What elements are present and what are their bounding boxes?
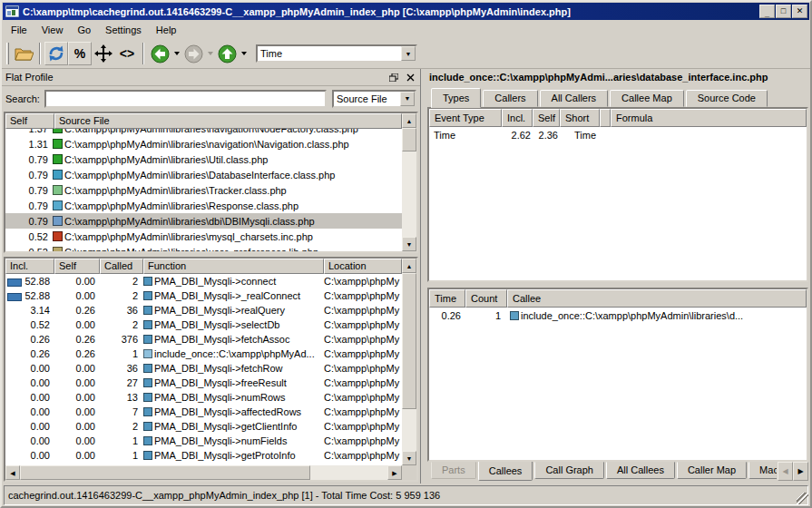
event-type-row[interactable]: Time 2.62 2.36 Time (429, 127, 807, 143)
source-file-row[interactable]: 0.52 C:\xampp\phpMyAdmin\libraries\mysql… (5, 229, 402, 244)
column-header-callee[interactable]: Callee (507, 289, 807, 308)
column-header-self[interactable]: Self (54, 259, 100, 274)
column-header-self[interactable]: Self (533, 109, 560, 127)
scrollbar-track[interactable] (402, 151, 416, 237)
expand-move-button[interactable] (92, 42, 115, 65)
tab-scroll-right-icon[interactable]: ▶ (793, 462, 808, 481)
function-row[interactable]: 0.00 0.00 1 PMA_DBI_Mysqli->numFields (5, 434, 402, 448)
scrollbar-thumb[interactable] (20, 465, 310, 480)
back-dropdown[interactable] (171, 42, 181, 65)
function-row[interactable]: 0.00 0.00 13 PMA_DBI_Mysqli->numRows (5, 390, 402, 405)
column-header-incl[interactable]: Incl. (502, 109, 533, 127)
source-file-row[interactable]: 0.79 C:\xampp\phpMyAdmin\libraries\Track… (5, 182, 402, 198)
column-header-spacer[interactable] (600, 109, 611, 127)
column-header-count[interactable]: Count (465, 289, 507, 308)
cycle-detection-button[interactable]: <> (115, 42, 139, 65)
detail-tab[interactable]: Callee Map (610, 90, 684, 107)
function-list-horizontal-scrollbar[interactable]: ◀ ▶ (5, 465, 402, 480)
menu-item[interactable]: View (34, 23, 71, 37)
source-file-row[interactable]: 0.79 C:\xampp\phpMyAdmin\libraries\dbi\D… (5, 213, 402, 229)
maximize-button[interactable]: □ (776, 5, 791, 18)
column-header-short[interactable]: Short (560, 109, 600, 127)
column-header-event-type[interactable]: Event Type (429, 109, 502, 127)
source-file-row[interactable]: 1.37 C:\xampp\phpMyAdmin\libraries\navig… (5, 129, 402, 136)
scroll-right-icon[interactable]: ▶ (387, 465, 402, 480)
function-row[interactable]: 52.88 0.00 2 PMA_DBI_Mysqli->connect (5, 274, 402, 288)
float-panel-button[interactable] (387, 72, 400, 83)
column-header-self[interactable]: Self (5, 113, 54, 129)
flat-profile-titlebar[interactable]: Flat Profile (2, 69, 420, 86)
scroll-up-icon[interactable]: ▲ (402, 113, 416, 128)
refresh-button[interactable] (44, 42, 68, 65)
source-file-row[interactable]: 1.31 C:\xampp\phpMyAdmin\libraries\navig… (5, 136, 402, 151)
relative-percent-button[interactable]: % (68, 42, 92, 65)
detail-tab[interactable]: Callees (478, 462, 533, 481)
menu-item[interactable]: Help (149, 23, 184, 37)
chevron-down-icon[interactable]: ▼ (400, 92, 415, 106)
location-value: C:\xampp\phpMy (324, 450, 402, 461)
detail-tab[interactable]: Source Code (686, 90, 768, 107)
column-header-location[interactable]: Location (324, 259, 402, 274)
function-row[interactable]: 52.88 0.00 2 PMA_DBI_Mysqli->_realConnec… (5, 288, 402, 303)
function-row[interactable]: 0.26 0.26 1 include_once::C:\xampp\phpMy… (5, 347, 402, 361)
open-file-button[interactable] (12, 42, 35, 65)
title-bar[interactable]: C:\xampp\tmp\cachegrind.out.1416463299-C… (3, 3, 809, 20)
scrollbar-track[interactable] (402, 409, 416, 451)
detail-tab[interactable]: All Callers (540, 90, 609, 107)
detail-tab[interactable]: Call Graph (534, 462, 604, 479)
detail-tab[interactable]: All Callees (606, 462, 675, 479)
column-header-source-file[interactable]: Source File (54, 113, 402, 129)
function-row[interactable]: 0.00 0.00 1 PMA_DBI_Mysqli->getProtoInfo (5, 448, 402, 463)
close-panel-button[interactable] (404, 72, 416, 83)
function-row[interactable]: 0.52 0.00 2 PMA_DBI_Mysqli->selectDb (5, 318, 402, 332)
scroll-up-icon[interactable]: ▲ (402, 259, 416, 273)
detail-tab[interactable]: Types (431, 88, 481, 108)
callee-row[interactable]: 0.26 1 include_once::C:\xampp\phpMyAdmin… (429, 308, 807, 324)
search-input[interactable] (44, 90, 327, 108)
self-cost-value: 0.00 (54, 276, 100, 287)
function-row[interactable]: 0.00 0.00 7 PMA_DBI_Mysqli->affectedRows (5, 405, 402, 419)
self-cost-value: 0.00 (54, 435, 100, 446)
function-row[interactable]: 0.00 0.00 27 PMA_DBI_Mysqli->freeResult (5, 376, 402, 390)
event-type-combobox[interactable]: Time ▼ (256, 44, 417, 63)
column-header-incl[interactable]: Incl. (5, 259, 54, 274)
menu-item[interactable]: Go (70, 23, 98, 37)
source-file-row[interactable]: 0.79 C:\xampp\phpMyAdmin\libraries\Datab… (5, 167, 402, 182)
scrollbar-track[interactable] (310, 465, 387, 480)
minimize-button[interactable]: _ (759, 5, 775, 18)
scroll-left-icon[interactable]: ◀ (5, 465, 20, 480)
back-button[interactable] (148, 42, 171, 65)
function-row[interactable]: 0.26 0.26 376 PMA_DBI_Mysqli->fetchAssoc (5, 332, 402, 347)
up-button[interactable] (215, 42, 239, 65)
function-list-vertical-scrollbar[interactable]: ▲ ▼ (402, 259, 416, 480)
detail-tab[interactable]: Parts (431, 462, 476, 479)
function-row[interactable]: 3.14 0.26 36 PMA_DBI_Mysqli->realQuery (5, 303, 402, 318)
source-file-row[interactable]: 0.79 C:\xampp\phpMyAdmin\libraries\Respo… (5, 198, 402, 213)
grouping-combobox[interactable]: Source File ▼ (332, 90, 416, 108)
column-header-called[interactable]: Called (100, 259, 143, 274)
detail-tab[interactable]: Caller Map (677, 462, 747, 479)
scroll-down-icon[interactable]: ▼ (402, 451, 416, 465)
resize-grip[interactable] (797, 493, 808, 504)
function-type-icon (143, 364, 152, 373)
close-button[interactable]: ✕ (792, 5, 807, 18)
up-dropdown[interactable] (239, 42, 249, 65)
function-row[interactable]: 0.00 0.00 36 PMA_DBI_Mysqli->fetchRow (5, 361, 402, 376)
toolbar-handle[interactable] (6, 43, 9, 64)
scroll-down-icon[interactable]: ▼ (402, 237, 416, 251)
function-row[interactable]: 0.00 0.00 2 PMA_DBI_Mysqli->getClientInf… (5, 419, 402, 434)
scrollbar-thumb[interactable] (402, 273, 416, 409)
menu-item[interactable]: Settings (98, 23, 149, 37)
column-header-function[interactable]: Function (143, 259, 324, 274)
scrollbar-thumb[interactable] (402, 128, 416, 151)
column-header-formula[interactable]: Formula (611, 109, 807, 127)
file-list-vertical-scrollbar[interactable]: ▲ ▼ (402, 113, 416, 251)
function-type-icon (143, 436, 152, 445)
source-file-row[interactable]: 0.52 C:\xampp\phpMyAdmin\libraries\user_… (5, 244, 402, 251)
column-header-time[interactable]: Time (429, 289, 465, 308)
menu-item[interactable]: File (4, 23, 34, 37)
detail-tab[interactable]: Callers (483, 90, 537, 107)
chevron-down-icon[interactable]: ▼ (401, 46, 416, 61)
source-file-row[interactable]: 0.79 C:\xampp\phpMyAdmin\libraries\Util.… (5, 151, 402, 167)
function-type-icon (143, 320, 152, 329)
